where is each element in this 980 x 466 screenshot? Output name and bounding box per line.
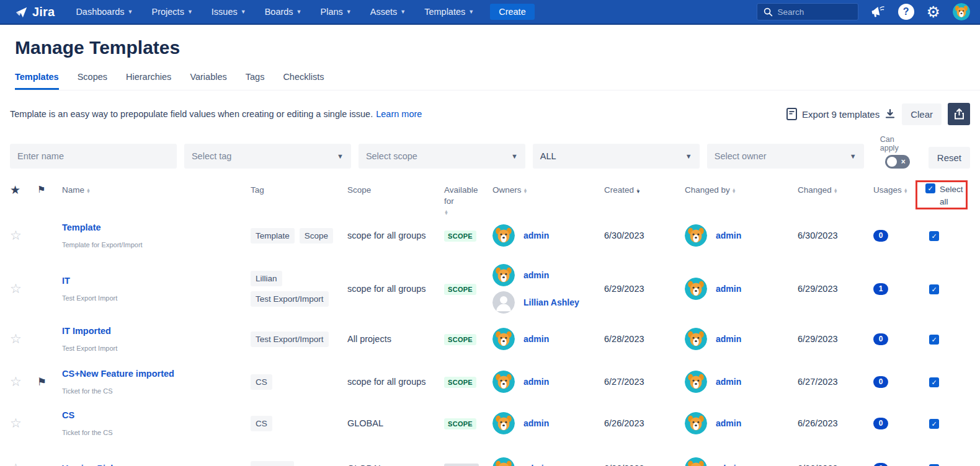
tab-variables[interactable]: Variables [190, 72, 226, 90]
name-filter-field[interactable] [10, 144, 177, 169]
star-outline-icon[interactable]: ☆ [10, 281, 22, 296]
owner-link[interactable]: admin [523, 270, 549, 280]
changed-by-column-header[interactable]: Changed by ▲▼ [685, 182, 798, 196]
template-name-link[interactable]: Template [62, 222, 251, 232]
template-name-link[interactable]: IT [62, 276, 251, 286]
clear-button[interactable]: Clear [902, 103, 942, 125]
applicability-filter-select[interactable]: ALL ▼ [533, 144, 700, 169]
scope-filter-select[interactable]: Select scope ▼ [359, 144, 525, 169]
create-button[interactable]: Create [490, 4, 535, 20]
tag-chip[interactable]: GLOBAL [251, 461, 294, 466]
export-templates-button[interactable]: Export 9 templates [786, 108, 896, 120]
tab-scopes[interactable]: Scopes [78, 72, 107, 90]
name-filter-input[interactable] [17, 151, 169, 161]
nav-item-issues[interactable]: Issues▼ [212, 7, 246, 17]
tag-chip[interactable]: CS [251, 374, 272, 390]
owner-link[interactable]: admin [716, 334, 741, 344]
owners-column-header[interactable]: Owners ▲▼ [492, 182, 604, 196]
table-row: ☆Version PickerGLOBALGLOBALOWNERadmin6/2… [0, 444, 980, 466]
owner-link[interactable]: admin [523, 377, 549, 387]
favorite-star-cell[interactable]: ☆ [10, 228, 37, 243]
share-button[interactable] [948, 103, 970, 125]
name-column-header[interactable]: Name ▲▼ [62, 182, 251, 196]
template-name-link[interactable]: IT Imported [62, 326, 251, 336]
usages-badge[interactable]: 0 [873, 230, 888, 242]
created-column-header[interactable]: Created ▲▼ [604, 182, 685, 196]
flag-icon[interactable]: ⚑ [37, 376, 47, 388]
tab-tags[interactable]: Tags [246, 72, 265, 90]
navbar-search[interactable] [757, 3, 858, 20]
owner-filter-select[interactable]: Select owner ▼ [707, 144, 864, 169]
template-name-link[interactable]: CS [62, 410, 251, 420]
usages-badge[interactable]: 0 [873, 463, 888, 466]
owner-link[interactable]: admin [523, 418, 549, 428]
name-cell: IT ImportedTest Export Import [62, 317, 251, 361]
nav-item-boards[interactable]: Boards▼ [265, 7, 302, 17]
tab-checklists[interactable]: Checklists [283, 72, 324, 90]
jira-logo[interactable]: Jira [15, 5, 55, 19]
owner-link[interactable]: admin [716, 464, 741, 466]
owner-link[interactable]: admin [716, 418, 741, 428]
favorite-star-cell[interactable]: ☆ [10, 374, 37, 389]
tag-chip[interactable]: Test Export/Import [251, 332, 329, 347]
usages-column-header[interactable]: Usages ▲▼ [873, 182, 925, 196]
star-outline-icon[interactable]: ☆ [10, 374, 22, 389]
row-checkbox[interactable]: ✓ [929, 419, 939, 429]
changed-column-header[interactable]: Changed ▲▼ [798, 182, 873, 196]
star-outline-icon[interactable]: ☆ [10, 416, 22, 430]
help-button[interactable]: ? [898, 4, 914, 20]
nav-item-projects[interactable]: Projects▼ [152, 7, 193, 17]
settings-gear-button[interactable]: ⚙ [927, 4, 940, 20]
owner-link[interactable]: admin [523, 464, 549, 466]
favorite-star-cell[interactable]: ☆ [10, 461, 37, 466]
available-for-column-header[interactable]: Available for ▲▼ [444, 182, 489, 215]
star-outline-icon[interactable]: ☆ [10, 461, 22, 466]
learn-more-link[interactable]: Learn more [376, 109, 422, 119]
can-apply-toggle[interactable]: × [885, 155, 910, 169]
tag-column-header[interactable]: Tag [251, 182, 347, 196]
flag-column-header[interactable]: ⚑ [37, 182, 62, 196]
owner-link[interactable]: admin [716, 231, 741, 240]
nav-item-assets[interactable]: Assets▼ [370, 7, 406, 17]
tag-chip[interactable]: Template [251, 228, 295, 244]
nav-item-templates[interactable]: Templates▼ [424, 7, 474, 17]
owner-link[interactable]: admin [716, 284, 741, 294]
usages-badge[interactable]: 0 [873, 333, 888, 345]
tag-chip[interactable]: Lillian [251, 271, 282, 286]
tag-chip[interactable]: Scope [300, 228, 333, 244]
row-checkbox[interactable]: ✓ [929, 284, 939, 294]
user-avatar[interactable] [953, 3, 970, 20]
select-all-checkbox[interactable]: ✓ [925, 183, 935, 193]
usages-badge[interactable]: 1 [873, 283, 888, 295]
favorite-star-cell[interactable]: ☆ [10, 416, 37, 431]
owner-link[interactable]: Lillian Ashley [523, 297, 579, 307]
owner-link[interactable]: admin [716, 377, 741, 387]
reset-button[interactable]: Reset [929, 147, 970, 169]
star-outline-icon[interactable]: ☆ [10, 332, 22, 346]
usages-badge[interactable]: 0 [873, 376, 888, 388]
row-checkbox[interactable]: ✓ [929, 377, 939, 387]
usages-badge[interactable]: 0 [873, 418, 888, 429]
person-avatar [492, 291, 515, 314]
tab-templates[interactable]: Templates [15, 72, 59, 90]
favorite-star-cell[interactable]: ☆ [10, 332, 37, 346]
owner-link[interactable]: admin [523, 334, 549, 344]
tag-chip[interactable]: Test Export/Import [251, 291, 329, 307]
nav-item-dashboards[interactable]: Dashboards▼ [76, 7, 133, 17]
template-name-link[interactable]: Version Picker [62, 464, 251, 466]
available-for-cell: SCOPE [444, 418, 492, 429]
favorite-star-cell[interactable]: ☆ [10, 281, 37, 296]
row-checkbox[interactable]: ✓ [929, 231, 939, 241]
nav-item-plans[interactable]: Plans▼ [321, 7, 352, 17]
tag-chip[interactable]: CS [251, 416, 272, 431]
favorite-column-header[interactable]: ★ [10, 182, 37, 198]
tag-filter-select[interactable]: Select tag ▼ [184, 144, 351, 169]
row-checkbox[interactable]: ✓ [929, 335, 939, 345]
announcements-button[interactable] [871, 5, 886, 19]
owner-link[interactable]: admin [523, 231, 549, 240]
star-outline-icon[interactable]: ☆ [10, 228, 22, 242]
search-input[interactable] [778, 7, 846, 17]
scope-column-header[interactable]: Scope [347, 182, 444, 196]
tab-hierarchies[interactable]: Hierarchies [126, 72, 171, 90]
template-name-link[interactable]: CS+New Feature imported [62, 369, 251, 379]
